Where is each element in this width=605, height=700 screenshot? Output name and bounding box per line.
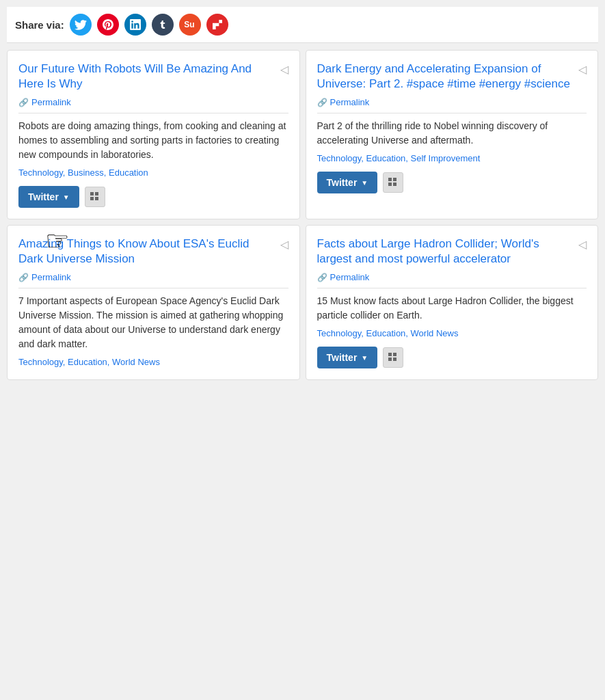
svg-text:Su: Su <box>184 20 194 29</box>
permalink-label-3[interactable]: Permalink <box>31 272 71 282</box>
svg-rect-7 <box>388 183 392 186</box>
card-tags-hadron[interactable]: Technology, Education, World News <box>317 328 587 338</box>
svg-rect-11 <box>388 358 392 361</box>
card-hadron: Facts about Large Hadron Collider; World… <box>306 225 599 380</box>
card-actions-dark-energy: Twitter ▼ <box>317 172 587 193</box>
link-icon-3: 🔗 <box>18 273 29 282</box>
tumblr-share-icon[interactable] <box>152 14 174 36</box>
svg-rect-10 <box>393 353 396 356</box>
card-title-dark-energy[interactable]: Dark Energy and Accelerating Expansion o… <box>317 62 575 92</box>
speaker-icon-4[interactable]: ◁ <box>578 238 587 251</box>
flipboard-share-icon[interactable] <box>206 14 228 36</box>
permalink-label-2[interactable]: Permalink <box>330 97 370 107</box>
twitter-share-icon[interactable] <box>70 14 92 36</box>
twitter-button-1[interactable]: Twitter ▼ <box>18 186 79 208</box>
linkedin-share-icon[interactable] <box>124 14 146 36</box>
permalink-1[interactable]: 🔗 Permalink <box>18 97 288 113</box>
speaker-icon-1[interactable]: ◁ <box>280 63 288 76</box>
card-title-hadron[interactable]: Facts about Large Hadron Collider; World… <box>317 237 575 267</box>
permalink-label-1[interactable]: Permalink <box>31 97 71 107</box>
card-title-row-3: Amazing Things to Know About ESA's Eucli… <box>18 237 288 267</box>
twitter-btn-arrow-1: ▼ <box>63 193 70 201</box>
link-icon-4: 🔗 <box>317 273 327 282</box>
card-actions-robots: Twitter ▼ <box>18 186 288 208</box>
svg-rect-5 <box>388 178 392 181</box>
svg-rect-2 <box>95 192 98 196</box>
permalink-label-4[interactable]: Permalink <box>330 272 370 282</box>
share-bar: Share via: Su <box>7 7 598 43</box>
svg-rect-8 <box>393 183 396 186</box>
card-tags-robots[interactable]: Technology, Business, Education <box>18 167 288 178</box>
grid-options-btn-4[interactable] <box>383 347 403 368</box>
share-label: Share via: <box>15 19 64 31</box>
twitter-btn-label-1: Twitter <box>28 191 59 202</box>
speaker-icon-2[interactable]: ◁ <box>578 63 587 76</box>
card-desc-euclid: 7 Important aspects of European Space Ag… <box>18 294 288 351</box>
svg-rect-1 <box>90 192 94 196</box>
permalink-2[interactable]: 🔗 Permalink <box>317 97 587 113</box>
card-tags-euclid[interactable]: Technology, Education, World News <box>18 357 288 367</box>
twitter-btn-arrow-4: ▼ <box>361 354 368 362</box>
grid-options-btn-2[interactable] <box>383 172 403 193</box>
card-desc-hadron: 15 Must know facts about Large Hadron Co… <box>317 294 587 323</box>
permalink-3[interactable]: 🔗 Permalink <box>18 272 288 288</box>
pinterest-share-icon[interactable] <box>97 14 119 36</box>
card-robots: Our Future With Robots Will Be Amazing A… <box>7 50 300 219</box>
card-title-row-2: Dark Energy and Accelerating Expansion o… <box>317 62 587 92</box>
card-tags-dark-energy[interactable]: Technology, Education, Self Improvement <box>317 153 587 163</box>
twitter-btn-label-4: Twitter <box>327 352 358 363</box>
card-title-robots[interactable]: Our Future With Robots Will Be Amazing A… <box>18 62 276 92</box>
stumbleupon-share-icon[interactable]: Su <box>179 14 201 36</box>
card-euclid: Amazing Things to Know About ESA's Eucli… <box>7 225 300 380</box>
svg-rect-4 <box>95 197 98 200</box>
card-desc-robots: Robots are doing amazing things, from co… <box>18 119 288 162</box>
twitter-button-4[interactable]: Twitter ▼ <box>317 347 378 368</box>
card-dark-energy: Dark Energy and Accelerating Expansion o… <box>306 50 599 219</box>
svg-rect-9 <box>388 353 392 356</box>
link-icon-1: 🔗 <box>18 98 29 107</box>
twitter-btn-label-2: Twitter <box>327 177 358 188</box>
svg-rect-6 <box>393 178 396 181</box>
link-icon-2: 🔗 <box>317 98 327 107</box>
twitter-btn-arrow-2: ▼ <box>361 179 368 187</box>
grid-options-btn-1[interactable] <box>85 187 105 207</box>
svg-rect-3 <box>90 197 94 200</box>
speaker-icon-3[interactable]: ◁ <box>280 238 288 251</box>
card-desc-dark-energy: Part 2 of the thrilling ride to Nobel wi… <box>317 119 587 148</box>
card-actions-hadron: Twitter ▼ <box>317 347 587 368</box>
svg-rect-12 <box>393 358 396 361</box>
card-title-euclid[interactable]: Amazing Things to Know About ESA's Eucli… <box>18 237 276 267</box>
card-title-row-1: Our Future With Robots Will Be Amazing A… <box>18 62 288 92</box>
card-title-row-4: Facts about Large Hadron Collider; World… <box>317 237 587 267</box>
permalink-4[interactable]: 🔗 Permalink <box>317 272 587 288</box>
twitter-button-2[interactable]: Twitter ▼ <box>317 172 378 193</box>
cards-grid: Our Future With Robots Will Be Amazing A… <box>7 50 598 380</box>
